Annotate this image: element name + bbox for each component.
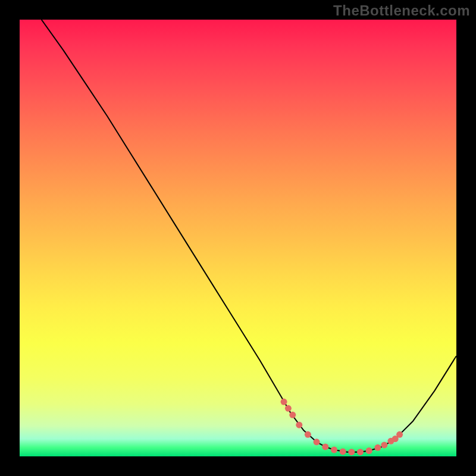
- highlight-dot: [374, 444, 381, 451]
- curve-layer: [20, 20, 456, 456]
- plot-area: [20, 20, 456, 456]
- highlight-dot: [281, 399, 287, 405]
- highlight-dot: [366, 447, 372, 454]
- highlight-dots: [281, 399, 403, 455]
- highlight-dot: [314, 439, 320, 445]
- chart-frame: TheBottleneck.com: [0, 0, 476, 476]
- highlight-dot: [289, 412, 296, 418]
- watermark-text: TheBottleneck.com: [333, 2, 470, 19]
- highlight-dot: [322, 443, 328, 450]
- highlight-dot: [396, 431, 403, 438]
- highlight-dot: [340, 448, 346, 455]
- highlight-dot: [381, 441, 387, 448]
- highlight-dot: [357, 449, 364, 455]
- highlight-dot: [348, 449, 355, 455]
- bottleneck-curve: [42, 20, 456, 452]
- highlight-dot: [331, 447, 337, 453]
- highlight-dot: [285, 405, 292, 412]
- highlight-dot: [305, 431, 311, 438]
- highlight-dot: [296, 422, 302, 428]
